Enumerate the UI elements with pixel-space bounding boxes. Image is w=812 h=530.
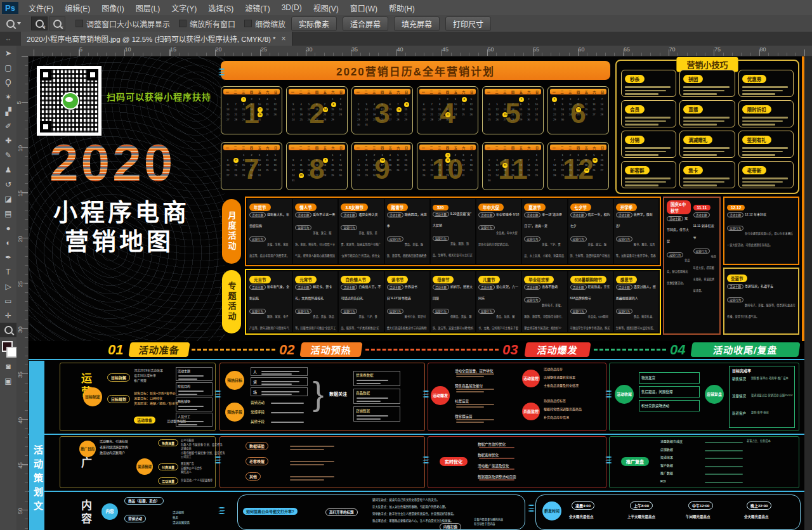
options-button[interactable]: 适合屏幕 [343,16,388,31]
menu-图层[interactable]: 图层(L) [130,0,166,15]
menu-编辑[interactable]: 编辑(E) [59,0,96,15]
color-swatches[interactable] [0,340,16,359]
menu-选择[interactable]: 选择(S) [202,0,239,15]
gradient-tool-icon[interactable]: ▤ [0,206,16,221]
mind-map-pill: 实时优化 [440,457,468,466]
ruler-number: 35 [351,46,358,53]
brush-tool-icon[interactable]: ✎ [0,148,16,162]
mind-map-line: 流量目标：口碑转化 [134,396,162,401]
magic-wand-tool-icon[interactable]: ✶ [0,89,16,104]
blur-tool-icon[interactable]: ● [0,221,16,235]
checkbox[interactable] [244,20,252,27]
calendar-highlight-day: 25 [584,168,589,173]
action-tag: 运营行为 [524,297,540,302]
menu-滤镜[interactable]: 滤镜(T) [239,0,275,15]
panel-collapse-icon[interactable]: ↔ [5,35,11,42]
eraser-tool-icon[interactable]: ◪ [0,191,16,206]
calendar-day-grid: 1234567891011121314151617181920212223242… [420,97,475,122]
event-title: 12.12 [727,205,745,210]
menu-窗口[interactable]: 窗口(W) [344,0,383,15]
mind-map-table: 活动主题 [176,367,213,381]
calendar-month-card: 一二三四五六日712345678910111213141516171819202… [221,142,282,190]
mind-map-bar [261,391,299,392]
marquee-tool-icon[interactable]: ▢ [0,60,16,75]
background-color-swatch[interactable] [6,347,17,358]
tip-label: 签到有礼 [742,136,771,144]
action-tag: 运营行为 [249,309,266,314]
menu-3D[interactable]: 3D(D) [276,0,308,15]
options-button[interactable]: 打印尺寸 [445,16,491,31]
mind-map-circle: 预热手段 [225,403,244,422]
screen-mode-icon[interactable]: ▣ [0,373,16,388]
event-action: 全品类，618期间可做出学生毕业季专场活动，购买任意商品立减300元优惠，吸引毕… [570,315,610,332]
hand-tool-icon[interactable]: ✛ [0,308,16,323]
type-tool-icon[interactable]: T [0,264,16,279]
menu-图像[interactable]: 图像(I) [96,0,129,15]
lasso-tool-icon[interactable]: Ϙ [0,75,16,89]
eyedropper-tool-icon[interactable]: ✐ [0,119,16,133]
close-icon[interactable]: × [282,34,286,43]
document-tab[interactable]: 2020小程序电商营销地图.jpg @ 12.5% (扫码可以获得小程序扶持, … [21,32,292,46]
mind-node: 数据广告监控优化 [478,442,506,447]
poster-title-line2: 营销地图 [65,222,174,257]
mind-map-pill: 活动准备 [134,417,155,423]
mind-map-table: 商品数据 [353,389,400,404]
mind-map-table: 优惠券数据 [353,371,400,386]
mind-map-line: 设定同比增长率 [134,373,156,378]
mind-node: 渠道效果 [660,455,673,460]
shape-tool-icon[interactable]: ▭ [0,294,16,308]
theme-tag: 活动主题 [478,285,495,290]
flow-arrows-icon [528,505,535,512]
flow-arrows-icon [218,507,225,514]
options-button[interactable]: 填充屏幕 [394,16,440,31]
clone-stamp-tool-icon[interactable]: ♟ [0,162,16,177]
ruler-number: 10 [17,145,23,151]
mind-node: 社群运营 [455,399,469,404]
tip-card: 拼团 [679,70,735,97]
document-canvas[interactable]: 扫码可以获得小程序扶持 2020 小程序电商 营销地图 2020营销日历&全年营… [28,56,804,530]
mind-node: 优惠券数据 [356,373,374,378]
zoom-tool-icon[interactable] [0,323,16,337]
mind-map-bar [705,458,743,459]
event-card: 3.8女神节活动主题遇见女神之美运营行为美妆、服饰、美食、家居等，加速女性用户可… [339,199,383,264]
tip-label: 优惠券 [742,75,767,83]
menu-视图[interactable]: 视图(V) [308,0,344,15]
checkbox[interactable] [75,20,83,27]
move-tool-icon[interactable]: ➤ [0,46,16,60]
tip-textline [742,97,770,98]
history-brush-tool-icon[interactable]: ↺ [0,177,16,191]
dodge-tool-icon[interactable]: ◐ [0,235,16,250]
action-tag: 运营行为 [249,236,266,242]
mind-map-line: 疑问互动式：阅读与自己有关的文章是每个人的天分。 [372,498,439,503]
mind-map-line: 推广预算 [134,378,147,384]
action-tag: 运营行为 [295,225,311,230]
checkbox[interactable] [179,20,187,27]
event-action: 美妆、珠宝、服饰、家居、鲜花等，可以借情人节气氛，帮单身人群用心挑选最想送给TA… [295,231,335,264]
mind-node: 午间曝光最高点 [686,514,710,519]
event-title: 夏凉节 [524,204,546,211]
tip-textline [683,154,717,156]
mind-map-table: 售后跟进，问题处理 [639,386,700,398]
path-select-tool-icon[interactable]: ▷ [0,279,16,294]
event-title: 元旦节 [249,276,271,283]
mind-map-line: 活动曝光、引流拉新 [100,439,128,444]
quick-mask-icon[interactable]: ◙ [0,359,16,373]
mind-map-line: 巨大反差式：加入对比性强烈的事物，引起用户的思考心理。 [372,505,448,510]
menu-文字[interactable]: 文字(Y) [166,0,202,15]
chevron-down-icon[interactable] [17,22,21,25]
mind-map-pill: 高打开率的标题 [325,508,358,516]
pen-tool-icon[interactable]: ✒ [0,250,16,264]
event-theme-row: 活动主题遇见女神之美 [341,212,381,224]
zoom-out-button[interactable]: − [49,16,65,30]
options-button[interactable]: 实际像素 [291,16,337,31]
menu-帮助[interactable]: 帮助(H) [383,0,421,15]
mind-map-circle: 活动收尾 [615,385,634,404]
healing-brush-tool-icon[interactable]: ✚ [0,133,16,148]
ruler-vertical: 5101520253035404550 [16,56,29,530]
zoom-in-button[interactable]: + [31,16,48,30]
calendar-month-card: 一二三四五六日512345678910111213141516171819202… [482,86,544,134]
event-title: 618暑期购物节 [570,276,606,283]
event-title: 感恩节 [616,276,638,283]
menu-文件[interactable]: 文件(F) [23,0,59,15]
crop-tool-icon[interactable]: ▞ [0,104,16,119]
